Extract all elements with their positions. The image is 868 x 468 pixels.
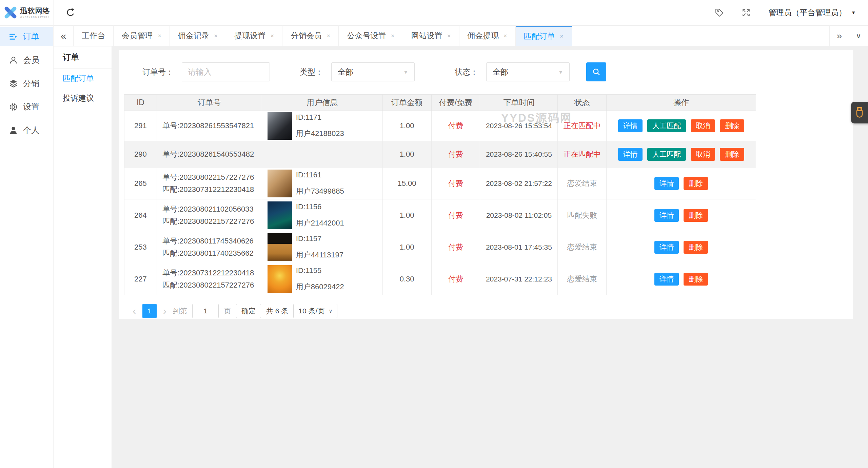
col-header-time: 下单时间 (480, 94, 558, 111)
type-select-value: 全部 (338, 67, 353, 77)
status-select[interactable]: 全部 ▼ (486, 62, 570, 81)
manual-match-button[interactable]: 人工匹配 (647, 148, 686, 161)
goto-page-input[interactable] (192, 304, 219, 318)
cell-amount: 1.00 (383, 111, 432, 141)
floating-tool-button[interactable] (851, 102, 868, 123)
delete-button[interactable]: 删除 (684, 273, 708, 286)
cell-user-name: 用户42188023 (296, 129, 344, 139)
tab-member-management[interactable]: 会员管理× (114, 26, 170, 46)
col-header-order-no: 订单号 (157, 94, 262, 111)
sidebar-item-members[interactable]: 会员 (0, 51, 53, 70)
cell-status: 恋爱结束 (558, 168, 607, 199)
tab-workbench[interactable]: 工作台 (74, 26, 114, 46)
cancel-button[interactable]: 取消 (691, 119, 715, 132)
sidebar-item-settings[interactable]: 设置 (0, 97, 53, 116)
page-size-value: 10 条/页 (298, 306, 324, 316)
usb-icon (854, 106, 865, 119)
delete-button[interactable]: 删除 (684, 177, 708, 190)
goto-prefix-label: 到第 (173, 306, 187, 316)
brand-logo-icon (3, 5, 18, 20)
sidebar-item-label: 设置 (23, 101, 39, 112)
refresh-icon[interactable] (66, 8, 75, 17)
col-header-user-info: 用户信息 (262, 94, 383, 111)
cell-match-no: 匹配:202308022157227276 (162, 215, 254, 228)
cell-status: 恋爱结束 (558, 231, 607, 263)
search-button[interactable] (586, 62, 606, 81)
submenu-item-match-orders[interactable]: 匹配订单 (54, 69, 112, 88)
col-header-actions: 操作 (607, 94, 756, 111)
sidebar-item-profile[interactable]: 个人 (0, 121, 53, 140)
manual-match-button[interactable]: 人工匹配 (647, 119, 686, 132)
delete-button[interactable]: 删除 (684, 241, 708, 254)
type-label: 类型： (300, 67, 323, 77)
delete-button[interactable]: 删除 (684, 209, 708, 222)
detail-button[interactable]: 详情 (654, 177, 679, 190)
current-page-button[interactable]: 1 (142, 304, 157, 318)
prev-page-icon[interactable]: ‹ (131, 306, 137, 316)
tag-icon[interactable] (715, 8, 724, 17)
delete-button[interactable]: 删除 (720, 148, 744, 161)
page-size-select[interactable]: 10 条/页 ∨ (293, 304, 337, 318)
cell-user-id: ID:1157 (296, 234, 343, 243)
tab-withdraw-settings[interactable]: 提现设置× (226, 26, 282, 46)
cell-order-no: 单号:202308022157227276 (162, 171, 254, 183)
expand-right-icon: » (836, 31, 842, 41)
tab-label: 分销会员 (291, 31, 322, 41)
close-icon[interactable]: × (158, 32, 161, 40)
caret-down-icon: ▼ (403, 69, 408, 75)
next-page-icon[interactable]: › (162, 306, 168, 316)
cell-pay-type: 付费 (432, 263, 480, 295)
cell-match-no: 匹配:202307312212230418 (162, 183, 254, 196)
detail-button[interactable]: 详情 (618, 148, 643, 161)
close-icon[interactable]: × (447, 32, 451, 40)
tab-official-account-settings[interactable]: 公众号设置× (339, 26, 403, 46)
cell-time: 2023-08-02 11:02:05 (480, 199, 558, 231)
close-icon[interactable]: × (270, 32, 274, 40)
cell-id: 290 (124, 141, 157, 168)
order-no-input[interactable] (182, 62, 270, 81)
close-icon[interactable]: × (391, 32, 394, 40)
detail-button[interactable]: 详情 (654, 209, 679, 222)
tab-label: 会员管理 (122, 31, 153, 41)
profile-icon (9, 126, 18, 135)
tab-label: 佣金提现 (468, 31, 499, 41)
close-icon[interactable]: × (504, 32, 507, 40)
sidebar-item-orders[interactable]: 订单 (0, 27, 53, 46)
order-no-label: 订单号： (142, 67, 174, 77)
distribution-icon (9, 79, 18, 88)
delete-button[interactable]: 删除 (720, 119, 744, 132)
brand-logo: 迅软网络 XunruanNetwork (0, 0, 54, 25)
admin-menu[interactable]: 管理员（平台管理员） ▼ (768, 7, 856, 18)
table-row: 227 单号:202307312212230418 匹配:20230802215… (124, 263, 756, 295)
tab-bar: « 工作台 会员管理× 佣金记录× 提现设置× 分销会员× 公众号设置× 网站设… (54, 26, 868, 46)
close-icon[interactable]: × (327, 32, 330, 40)
fullscreen-icon[interactable] (742, 8, 751, 17)
cell-order-no: 单号:202307312212230418 (162, 267, 254, 279)
col-header-pay-type: 付费/免费 (432, 94, 480, 111)
detail-button[interactable]: 详情 (618, 119, 643, 132)
submenu-item-complaints[interactable]: 投诉建议 (54, 88, 112, 108)
tab-commission-records[interactable]: 佣金记录× (170, 26, 226, 46)
status-select-value: 全部 (493, 67, 508, 77)
goto-confirm-button[interactable]: 确定 (236, 304, 261, 318)
tab-label: 匹配订单 (524, 31, 555, 42)
cell-match-no: 匹配:202308022157227276 (162, 279, 254, 291)
top-header: 迅软网络 XunruanNetwork 管理员（平台管理员） (0, 0, 868, 25)
tab-commission-withdraw[interactable]: 佣金提现× (459, 26, 516, 46)
cell-user-name: 用户86029422 (296, 282, 344, 292)
tab-distribution-members[interactable]: 分销会员× (282, 26, 339, 46)
close-icon[interactable]: × (560, 33, 564, 40)
detail-button[interactable]: 详情 (654, 273, 679, 286)
table-row: 290 单号:202308261540553482 1.00 付费 2023-0… (124, 141, 756, 168)
close-icon[interactable]: × (214, 32, 218, 40)
tabs-collapse-button[interactable]: « (54, 26, 74, 46)
tab-match-orders[interactable]: 匹配订单× (516, 26, 572, 46)
orders-table: ID 订单号 用户信息 订单金额 付费/免费 下单时间 状态 操作 291 单号… (124, 94, 756, 295)
cancel-button[interactable]: 取消 (691, 148, 715, 161)
detail-button[interactable]: 详情 (654, 241, 679, 254)
type-select[interactable]: 全部 ▼ (331, 62, 415, 81)
tabs-expand-button[interactable]: » (829, 26, 849, 46)
tab-website-settings[interactable]: 网站设置× (403, 26, 459, 46)
tabs-menu-button[interactable]: ∨ (849, 26, 868, 46)
sidebar-item-distribution[interactable]: 分销 (0, 74, 53, 93)
